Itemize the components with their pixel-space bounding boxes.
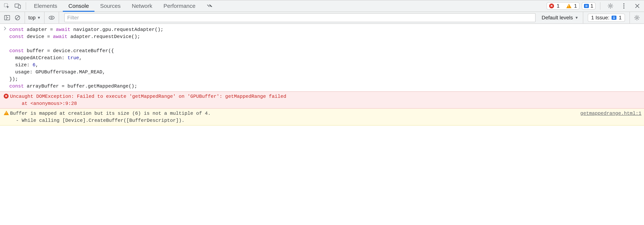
warning-icon — [566, 4, 572, 8]
prompt-icon — [4, 26, 9, 90]
warning-text: Buffer is mapped at creation but its siz… — [10, 110, 573, 124]
devtools-panel: Elements Console Sources Network Perform… — [0, 0, 644, 225]
console-warning-message[interactable]: Buffer is mapped at creation but its siz… — [0, 108, 644, 126]
tab-console[interactable]: Console — [63, 0, 94, 12]
divider — [600, 2, 600, 10]
panel-tabs: Elements Console Sources Network Perform… — [28, 0, 220, 12]
device-toolbar-icon[interactable] — [12, 0, 24, 12]
filter-input[interactable] — [64, 13, 536, 22]
tab-strip: Elements Console Sources Network Perform… — [0, 0, 644, 12]
tab-network[interactable]: Network — [126, 0, 158, 12]
console-body: const adapter = await navigator.gpu.requ… — [0, 24, 644, 225]
error-icon — [4, 94, 8, 98]
status-errors-warnings[interactable]: 1 1 — [546, 2, 580, 10]
divider — [59, 12, 59, 24]
status-group: 1 1 1 — [546, 0, 643, 12]
tab-sources[interactable]: Sources — [94, 0, 126, 12]
console-error-message[interactable]: Uncaught DOMException: Failed to execute… — [0, 92, 644, 108]
svg-point-6 — [623, 8, 624, 8]
svg-point-4 — [623, 3, 624, 4]
svg-point-13 — [636, 17, 638, 19]
close-icon[interactable] — [632, 0, 643, 12]
status-info[interactable]: 1 — [582, 2, 596, 10]
console-input-row[interactable]: const adapter = await navigator.gpu.requ… — [0, 24, 644, 92]
tabs-overflow[interactable] — [201, 0, 220, 12]
log-levels-label: Default levels — [542, 15, 573, 21]
context-select[interactable]: top ▼ — [27, 15, 42, 21]
issues-button[interactable]: 1 Issue: 1 — [588, 14, 625, 22]
tab-performance[interactable]: Performance — [158, 0, 201, 12]
more-icon[interactable] — [618, 0, 630, 12]
clear-console-icon[interactable] — [12, 12, 23, 24]
error-text: Uncaught DOMException: Failed to execute… — [10, 93, 642, 107]
warning-count: 1 — [574, 3, 577, 9]
context-label: top — [28, 15, 36, 21]
info-icon — [584, 4, 589, 8]
console-code: const adapter = await navigator.gpu.requ… — [9, 26, 164, 90]
console-toolbar: top ▼ Default levels ▼ 1 Issue: 1 — [0, 12, 644, 24]
info-count: 1 — [590, 3, 593, 9]
console-settings-icon[interactable] — [632, 12, 642, 24]
svg-point-11 — [49, 16, 54, 19]
divider — [44, 12, 44, 24]
live-expression-icon[interactable] — [46, 12, 57, 24]
svg-line-10 — [16, 16, 19, 19]
tab-elements[interactable]: Elements — [28, 0, 63, 12]
error-icon — [549, 4, 554, 8]
svg-rect-2 — [18, 5, 20, 8]
error-count: 1 — [556, 3, 560, 9]
divider — [26, 2, 26, 10]
svg-point-12 — [51, 17, 52, 18]
issues-count: 1 — [619, 15, 622, 21]
issues-label: 1 Issue: — [591, 15, 609, 21]
info-icon — [612, 16, 616, 20]
svg-point-5 — [623, 6, 624, 6]
svg-point-3 — [610, 5, 612, 7]
warning-icon — [4, 111, 9, 115]
inspect-element-icon[interactable] — [1, 0, 12, 12]
divider — [583, 12, 583, 24]
divider — [630, 12, 630, 24]
settings-icon[interactable] — [605, 0, 616, 12]
chevron-down-icon: ▼ — [37, 16, 41, 20]
svg-rect-7 — [4, 16, 10, 20]
sidebar-toggle-icon[interactable] — [2, 12, 12, 24]
log-levels-select[interactable]: Default levels ▼ — [539, 15, 581, 21]
warning-source-link[interactable]: getmappedrange.html:1 — [573, 110, 642, 124]
chevron-down-icon: ▼ — [575, 16, 578, 20]
divider — [24, 12, 25, 24]
